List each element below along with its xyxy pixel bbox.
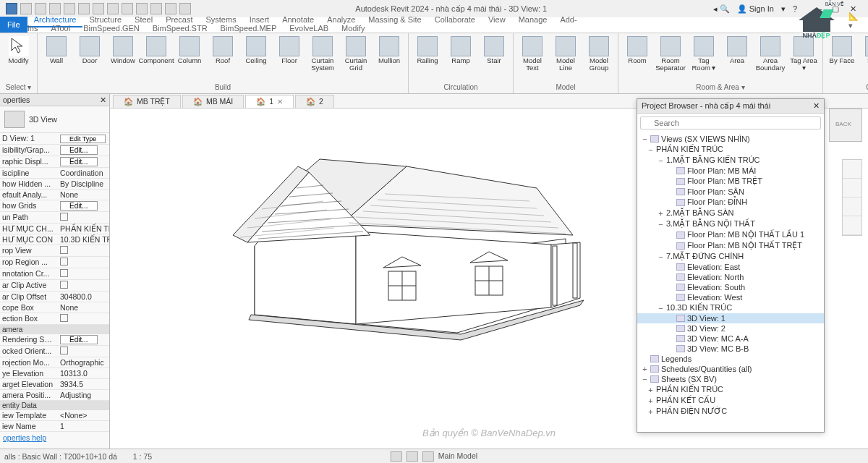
railing-button[interactable]: Railing bbox=[412, 35, 443, 66]
tree-node[interactable]: −3.MẶT BẰNG NỘI THẤT bbox=[637, 218, 824, 229]
tree-toggle-icon[interactable]: − bbox=[658, 220, 664, 229]
model-group-button[interactable]: Model Group bbox=[583, 35, 615, 74]
tree-node[interactable]: 3D View: 2 bbox=[637, 323, 824, 334]
tree-node[interactable]: Floor Plan: MB TRỆT bbox=[637, 176, 824, 187]
edit-button[interactable]: Edit... bbox=[60, 335, 98, 344]
component-button[interactable]: Component bbox=[140, 35, 172, 66]
property-row[interactable]: isciplineCoordination bbox=[0, 168, 109, 179]
curtain-system-button[interactable]: Curtain System bbox=[307, 35, 339, 74]
file-tab[interactable]: File bbox=[0, 17, 27, 33]
property-row[interactable]: amera Positi...Adjusting bbox=[0, 390, 109, 401]
properties-help-link[interactable]: operties help bbox=[0, 432, 109, 443]
tree-node[interactable]: +PHẦN KIẾN TRÚC bbox=[637, 384, 824, 395]
tree-toggle-icon[interactable]: − bbox=[642, 375, 648, 383]
tree-toggle-icon[interactable]: + bbox=[647, 386, 654, 394]
view-tab[interactable]: 🏠2 bbox=[295, 95, 334, 108]
property-row[interactable]: ocked Orient... bbox=[0, 346, 109, 357]
tree-node[interactable]: Elevation: South bbox=[637, 282, 824, 292]
tree-toggle-icon[interactable]: − bbox=[658, 156, 664, 165]
tree-node[interactable]: 3D View: MC B-B bbox=[637, 344, 824, 354]
tree-node[interactable]: −PHẦN KIẾN TRÚC bbox=[637, 144, 824, 155]
tree-node[interactable]: Elevation: North bbox=[637, 272, 824, 282]
shaft-button[interactable]: Shaft bbox=[859, 35, 868, 66]
tree-node[interactable]: Floor Plan: ĐỈNH bbox=[637, 197, 824, 208]
status-main-model[interactable]: Main Model bbox=[438, 451, 477, 462]
property-row[interactable]: HƯ MỤC CH...PHẦN KIẾN TR... bbox=[0, 224, 109, 234]
curtain-grid-button[interactable]: Curtain Grid bbox=[340, 35, 372, 74]
ribbon-tab-collaborate[interactable]: Collaborate bbox=[428, 13, 482, 26]
property-row[interactable]: Rendering Set...Edit... bbox=[0, 334, 109, 346]
property-row[interactable]: ection Box bbox=[0, 313, 109, 325]
property-row[interactable]: arget Elevation3934.5 bbox=[0, 379, 109, 390]
property-row[interactable]: un Path bbox=[0, 212, 109, 224]
property-row[interactable]: how GridsEdit... bbox=[0, 200, 109, 212]
tree-node[interactable]: Legends bbox=[637, 354, 824, 364]
stair-button[interactable]: Stair bbox=[478, 35, 510, 66]
property-row[interactable]: ar Clip Offset304800.0 bbox=[0, 292, 109, 302]
area-button[interactable]: Area bbox=[721, 35, 753, 66]
checkbox[interactable] bbox=[60, 213, 68, 221]
properties-close-icon[interactable]: ✕ bbox=[100, 95, 106, 104]
tree-node[interactable]: −10.3D KIẾN TRÚC bbox=[637, 302, 824, 313]
tree-toggle-icon[interactable]: + bbox=[658, 209, 664, 218]
tree-node[interactable]: 3D View: MC A-A bbox=[637, 334, 824, 344]
checkbox[interactable] bbox=[60, 269, 68, 277]
property-row[interactable]: cope BoxNone bbox=[0, 302, 109, 313]
close-icon[interactable]: ✕ bbox=[277, 98, 283, 106]
area-boundary-button[interactable]: Area Boundary bbox=[754, 35, 786, 74]
property-row[interactable]: iew Name1 bbox=[0, 421, 109, 432]
property-row[interactable]: rop Region ... bbox=[0, 257, 109, 268]
tree-node[interactable]: Elevation: West bbox=[637, 292, 824, 302]
ceiling-button[interactable]: Ceiling bbox=[240, 35, 272, 66]
edit-button[interactable]: Edit... bbox=[60, 157, 98, 166]
tree-toggle-icon[interactable]: + bbox=[642, 365, 648, 373]
tree-node[interactable]: −7.MẶT ĐỨNG CHÍNH bbox=[637, 251, 824, 262]
roof-button[interactable]: Roof bbox=[207, 35, 239, 66]
viewcube[interactable] bbox=[829, 109, 862, 142]
checkbox[interactable] bbox=[60, 281, 68, 289]
room-separator-button[interactable]: Room Separator bbox=[655, 35, 686, 74]
type-selector[interactable]: 3D View bbox=[29, 115, 57, 124]
wall-button[interactable]: Wall bbox=[41, 35, 72, 66]
tree-toggle-icon[interactable]: − bbox=[658, 252, 664, 261]
project-browser-close-icon[interactable]: ✕ bbox=[813, 101, 820, 111]
view-tab[interactable]: 🏠MB TRỆT bbox=[113, 95, 181, 108]
tree-node[interactable]: +PHẦN KẾT CẤU bbox=[637, 395, 824, 406]
modify-button[interactable]: Modify bbox=[3, 35, 34, 66]
nav-zoom-icon[interactable] bbox=[843, 179, 861, 197]
tree-toggle-icon[interactable]: + bbox=[647, 396, 654, 405]
property-row[interactable]: nnotation Cr... bbox=[0, 268, 109, 280]
ribbon-tab-massing-site[interactable]: Massing & Site bbox=[362, 13, 427, 26]
property-row[interactable]: rojection Mo...Orthographic bbox=[0, 357, 109, 368]
room-button[interactable]: Room bbox=[621, 35, 653, 66]
property-row[interactable]: how Hidden ...By Discipline bbox=[0, 179, 109, 190]
tag-room-button[interactable]: Tag Room ▾ bbox=[688, 35, 720, 74]
property-row[interactable]: rop View bbox=[0, 245, 109, 257]
tree-node[interactable]: Elevation: East bbox=[637, 262, 824, 272]
edit-type-button[interactable]: Edit Type bbox=[60, 135, 106, 143]
checkbox[interactable] bbox=[60, 246, 68, 254]
project-browser-tree[interactable]: −Views (SX VIEWS NHÌN)−PHẦN KIẾN TRÚC−1.… bbox=[637, 132, 824, 432]
3d-model-view[interactable] bbox=[190, 137, 595, 354]
view-tab[interactable]: 🏠MB MÁI bbox=[182, 95, 244, 108]
edit-button[interactable]: Edit... bbox=[60, 201, 98, 211]
checkbox[interactable] bbox=[60, 347, 68, 354]
tree-node[interactable]: +2.MẶT BẰNG SÀN bbox=[637, 208, 824, 218]
status-icon[interactable] bbox=[422, 451, 434, 462]
model-text-button[interactable]: Model Text bbox=[516, 35, 548, 74]
signin-link[interactable]: 👤 Sign In bbox=[737, 4, 774, 14]
tree-node[interactable]: −1.MẶT BẰNG KIẾN TRÚC bbox=[637, 155, 824, 166]
status-icon[interactable] bbox=[391, 451, 402, 462]
property-row[interactable]: isibility/Grap...Edit... bbox=[0, 145, 109, 156]
ribbon-tab-manage[interactable]: Manage bbox=[512, 13, 554, 26]
door-button[interactable]: Door bbox=[74, 35, 106, 66]
window-button[interactable]: Window bbox=[107, 35, 139, 66]
tree-node[interactable]: −Views (SX VIEWS NHÌN) bbox=[637, 134, 824, 144]
nav-home-icon[interactable] bbox=[843, 160, 861, 179]
tree-node[interactable]: +PHẦN ĐIỆN NƯỚC bbox=[637, 406, 824, 417]
ribbon-modify-tab-box[interactable]: 📐▾ bbox=[842, 9, 868, 33]
property-row[interactable]: ar Clip Active bbox=[0, 280, 109, 292]
checkbox[interactable] bbox=[60, 314, 68, 322]
property-row[interactable]: ye Elevation10313.0 bbox=[0, 368, 109, 379]
column-button[interactable]: Column bbox=[174, 35, 205, 66]
